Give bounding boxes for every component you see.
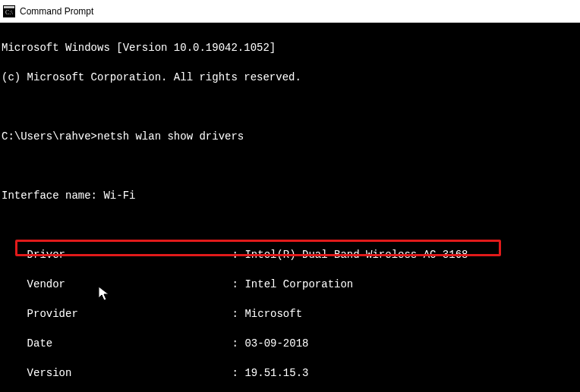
prompt-line: C:\Users\rahve>netsh wlan show drivers	[2, 130, 580, 145]
blank	[2, 100, 580, 115]
window-titlebar: C:\ Command Prompt	[0, 0, 580, 23]
cmd-icon: C:\	[3, 5, 15, 17]
prompt-command: netsh wlan show drivers	[97, 130, 244, 143]
interface-name: Interface name: Wi-Fi	[2, 189, 580, 204]
svg-rect-1	[4, 6, 14, 8]
field-provider: Provider: Microsoft	[2, 307, 580, 322]
window-title: Command Prompt	[20, 6, 93, 17]
banner-line-2: (c) Microsoft Corporation. All rights re…	[2, 71, 580, 86]
svg-text:C:\: C:\	[5, 9, 14, 16]
banner-line-1: Microsoft Windows [Version 10.0.19042.10…	[2, 41, 580, 56]
blank	[2, 218, 580, 234]
field-driver: Driver: Intel(R) Dual Band Wireless-AC 3…	[2, 248, 580, 263]
field-version: Version: 19.51.15.3	[2, 366, 580, 381]
field-vendor: Vendor: Intel Corporation	[2, 278, 580, 293]
prompt-path: C:\Users\rahve>	[2, 130, 97, 143]
field-date: Date: 03-09-2018	[2, 337, 580, 352]
blank	[2, 159, 580, 174]
terminal-output[interactable]: Microsoft Windows [Version 10.0.19042.10…	[0, 23, 580, 392]
